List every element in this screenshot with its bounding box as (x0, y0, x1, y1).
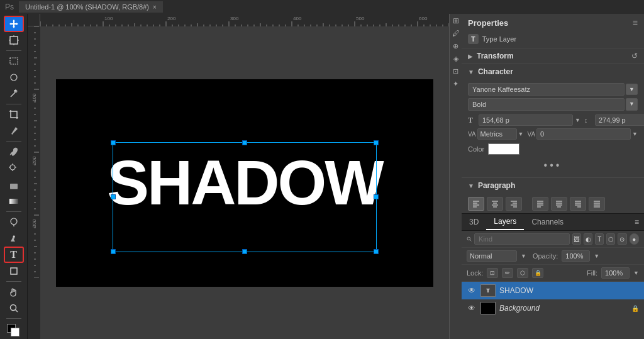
ruler-horizontal (40, 14, 449, 26)
panel-icon-5[interactable]: ⊡ (452, 67, 460, 75)
marquee-tool-button[interactable] (4, 53, 23, 69)
blend-mode-arrow[interactable]: ▼ (521, 253, 526, 259)
document-tab[interactable]: Untitled-1 @ 100% (SHADOW, RGB/8#) × (19, 1, 163, 13)
fill-label: Fill: (587, 269, 597, 277)
lock-all-button[interactable]: 🔒 (532, 268, 543, 278)
transform-section-header[interactable]: ▶ Transform ↺ (462, 48, 644, 64)
panel-icon-1[interactable]: ⊞ (452, 16, 460, 25)
opacity-arrow[interactable]: ▼ (594, 253, 599, 259)
fill-input[interactable] (601, 267, 630, 279)
kern-value-arrow[interactable]: ▼ (632, 131, 638, 137)
crop-tool-button[interactable] (4, 107, 23, 122)
kern-va-left-icon: VA (468, 131, 476, 138)
canvas-scroll[interactable]: SHADOW (40, 26, 449, 339)
app-icon: Ps (5, 3, 14, 11)
layers-filter-adjust[interactable]: ◐ (584, 233, 592, 245)
eraser-tool-button[interactable] (4, 177, 23, 192)
layer-visibility-background[interactable]: 👁 (467, 304, 477, 313)
svg-point-20 (13, 235, 14, 237)
handle-top-center[interactable] (242, 140, 247, 145)
font-dropdown-arrow[interactable]: ▼ (626, 84, 638, 95)
lock-pixels-button[interactable]: ⊡ (487, 268, 498, 278)
fill-arrow[interactable]: ▼ (633, 270, 639, 276)
tab-layers[interactable]: Layers (486, 214, 524, 230)
panel-icon-4[interactable]: ◈ (452, 54, 460, 63)
layers-filter-smart[interactable]: ⊙ (618, 233, 626, 245)
handle-bottom-left[interactable] (111, 249, 116, 254)
leading-input[interactable] (595, 114, 644, 126)
layers-filter-type[interactable]: T (595, 233, 604, 245)
tab-channels[interactable]: Channels (524, 214, 571, 230)
kerning-select[interactable]: Metrics (477, 128, 517, 140)
font-size-icon: T (468, 116, 477, 125)
clone-tool-button[interactable] (4, 160, 23, 175)
shape-tool-button[interactable] (4, 264, 23, 279)
transform-refresh-icon[interactable]: ↺ (631, 52, 638, 60)
wand-tool-button[interactable] (4, 86, 23, 101)
font-size-arrow[interactable]: ▼ (575, 117, 580, 123)
close-tab-button[interactable]: × (153, 4, 157, 11)
layers-search-input[interactable] (474, 233, 570, 245)
paragraph-title: Paragraph (478, 181, 515, 190)
gradient-tool-button[interactable] (4, 194, 23, 209)
layer-item-shadow[interactable]: 👁 T SHADOW (462, 282, 644, 299)
justify-all-button[interactable] (589, 197, 605, 211)
type-tool-button[interactable]: T (4, 247, 23, 262)
align-left-button[interactable] (468, 197, 484, 211)
eyedropper-tool-button[interactable] (4, 123, 23, 138)
svg-rect-0 (10, 36, 18, 44)
properties-menu-icon[interactable]: ≡ (633, 18, 638, 28)
right-panel-container: ⊞ 🖊 ⊕ ◈ ⊡ ✦ Properties ≡ T Type Layer (449, 14, 644, 339)
kerning-value-input[interactable] (536, 128, 631, 140)
handle-top-right[interactable] (374, 140, 379, 145)
layers-panel-menu[interactable]: ≡ (630, 214, 644, 230)
font-style-dropdown-arrow[interactable]: ▼ (626, 98, 638, 111)
tab-3d[interactable]: 3D (462, 214, 486, 230)
type-layer-row: T Type Layer (462, 31, 644, 48)
panel-icon-2[interactable]: 🖊 (452, 29, 460, 38)
panel-icon-6[interactable]: ✦ (452, 79, 460, 88)
layers-filter-shape[interactable]: ⬡ (606, 233, 615, 245)
zoom-tool-button[interactable] (4, 301, 23, 316)
svg-rect-17 (9, 199, 18, 204)
move-tool-button[interactable] (4, 16, 23, 31)
font-name-input[interactable] (468, 83, 625, 96)
svg-point-18 (11, 218, 17, 225)
layers-filter-toggle[interactable]: ● (630, 233, 639, 245)
layer-name-shadow: SHADOW (499, 286, 639, 295)
kern-select-arrow[interactable]: ▼ (518, 131, 524, 137)
layer-thumb-shadow: T (480, 284, 496, 297)
justify-right-button[interactable] (570, 197, 586, 211)
pen-tool-button[interactable] (4, 231, 23, 246)
artboard-tool-button[interactable] (4, 33, 23, 48)
panel-icon-3[interactable]: ⊕ (452, 42, 460, 50)
character-section-header[interactable]: ▼ Character (462, 64, 644, 79)
handle-bottom-right[interactable] (374, 249, 379, 254)
layer-item-background[interactable]: 👁 Background 🔒 (462, 299, 644, 317)
opacity-input[interactable] (562, 250, 590, 262)
svg-line-23 (15, 310, 18, 313)
handle-bottom-center[interactable] (242, 249, 247, 254)
lock-artboard-button[interactable]: ⬡ (517, 268, 528, 278)
foreground-color-button[interactable] (4, 321, 23, 336)
font-size-input[interactable] (479, 114, 573, 126)
justify-center-button[interactable] (551, 197, 567, 211)
align-right-button[interactable] (506, 197, 522, 211)
align-center-button[interactable] (487, 197, 503, 211)
lasso-tool-button[interactable] (4, 70, 23, 85)
paragraph-section-header[interactable]: ▼ Paragraph (462, 178, 644, 193)
blend-mode-select[interactable]: Normal Dissolve Multiply Screen (467, 250, 517, 262)
character-section: ▼ Character ▼ ▼ (462, 64, 644, 178)
font-style-input[interactable] (468, 98, 625, 111)
ruler-vertical (28, 26, 40, 339)
color-swatch[interactable] (488, 143, 519, 155)
brush-tool-button[interactable] (4, 144, 23, 159)
lock-position-button[interactable]: ✏ (502, 268, 513, 278)
more-options-button[interactable]: ••• (468, 157, 638, 174)
dodge-tool-button[interactable] (4, 214, 23, 230)
hand-tool-button[interactable] (4, 284, 23, 299)
justify-left-button[interactable] (532, 197, 548, 211)
layer-visibility-shadow[interactable]: 👁 (467, 286, 477, 295)
layers-filter-image[interactable]: 🖼 (572, 233, 581, 245)
handle-top-left[interactable] (111, 140, 116, 145)
